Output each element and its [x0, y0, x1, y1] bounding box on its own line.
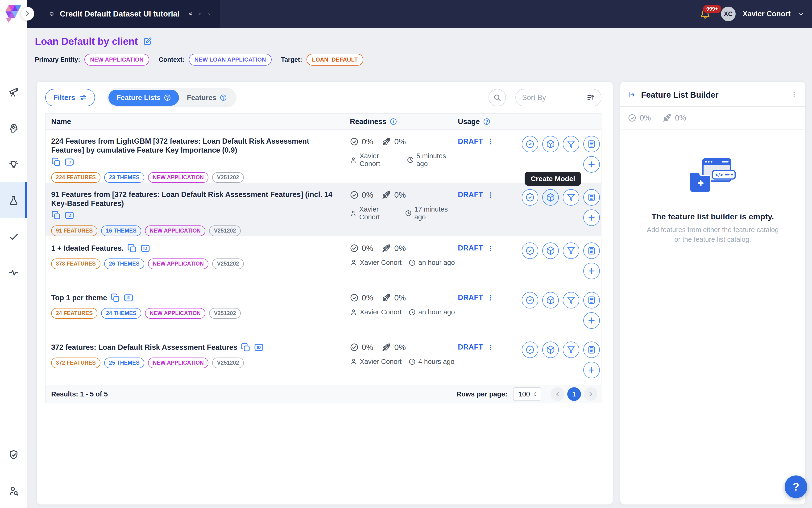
id-icon[interactable]	[64, 157, 74, 167]
create-model-button[interactable]	[542, 341, 559, 358]
feature-list-name[interactable]: 224 Features from LightGBM [372 features…	[51, 137, 343, 155]
readiness-action-button[interactable]	[522, 189, 538, 206]
monitor-icon	[50, 9, 54, 18]
info-icon[interactable]	[390, 118, 397, 125]
rows-per-page-select[interactable]: 100	[513, 387, 541, 401]
feature-list-name[interactable]: 91 Features from [372 features: Loan Def…	[51, 190, 343, 208]
target-badge[interactable]: LOAN_DEFAULT	[307, 54, 364, 66]
clock-icon	[405, 210, 412, 217]
feature-list-name[interactable]: 1 + Ideated Features.	[51, 244, 124, 253]
feature-list-name[interactable]: Top 1 per theme	[51, 293, 107, 302]
row-menu-icon[interactable]	[487, 192, 494, 199]
next-page-button[interactable]	[584, 387, 597, 401]
sidebar-item-explore[interactable]	[0, 74, 27, 110]
id-icon[interactable]	[254, 342, 264, 352]
project-tab[interactable]: Credit Default Dataset UI tutorial	[27, 0, 220, 28]
table-row[interactable]: Top 1 per theme 24 FEATURES 24 THEMES NE…	[46, 286, 601, 335]
builder-arrow-icon[interactable]	[628, 91, 635, 98]
copy-icon[interactable]	[51, 157, 61, 167]
sidebar-item-approve[interactable]	[0, 218, 27, 254]
create-model-button[interactable]	[542, 243, 559, 259]
table-row[interactable]: 224 Features from LightGBM [372 features…	[46, 130, 601, 183]
add-to-builder-button[interactable]	[583, 263, 600, 279]
compute-button[interactable]	[583, 136, 600, 152]
edit-title-icon[interactable]	[143, 37, 152, 46]
row-menu-icon[interactable]	[487, 344, 494, 351]
primary-entity-label: Primary Entity:	[35, 56, 80, 64]
create-model-button[interactable]	[542, 292, 559, 308]
compute-button[interactable]	[583, 341, 600, 358]
primary-entity-badge[interactable]: NEW APPLICATION	[84, 54, 149, 66]
filters-button[interactable]: Filters	[45, 89, 95, 107]
help-circle-icon[interactable]	[164, 94, 171, 101]
entity-badge: NEW APPLICATION	[148, 172, 209, 183]
user-icon	[350, 358, 357, 365]
add-to-builder-button[interactable]	[583, 209, 600, 226]
row-menu-icon[interactable]	[487, 294, 494, 301]
copy-icon[interactable]	[110, 293, 120, 303]
id-icon[interactable]	[140, 243, 150, 253]
readiness-action-button[interactable]	[522, 341, 538, 358]
sidebar-item-ideate[interactable]	[0, 146, 27, 182]
create-model-button[interactable]	[542, 189, 559, 206]
add-to-builder-button[interactable]	[583, 312, 600, 329]
sidebar-expand-button[interactable]	[20, 7, 34, 20]
feature-list-name[interactable]: 372 features: Loan Default Risk Assessme…	[51, 343, 237, 352]
id-icon[interactable]	[64, 210, 74, 220]
row-menu-icon[interactable]	[487, 245, 494, 252]
notifications-button[interactable]: 999+	[700, 8, 711, 19]
id-icon[interactable]	[124, 293, 133, 303]
compute-button[interactable]	[583, 292, 600, 308]
table-row[interactable]: 372 features: Loan Default Risk Assessme…	[46, 335, 601, 385]
readiness-action-button[interactable]	[522, 243, 538, 259]
help-circle-icon[interactable]	[483, 118, 490, 125]
flask-icon	[8, 195, 19, 206]
sidebar-item-governance[interactable]	[0, 449, 27, 461]
filter-features-button[interactable]	[563, 292, 579, 308]
sidebar-item-experiment[interactable]	[0, 182, 27, 218]
page-number-button[interactable]: 1	[567, 387, 581, 401]
avatar[interactable]: XC	[721, 7, 736, 21]
tab-feature-lists[interactable]: Feature Lists	[108, 90, 179, 105]
compute-button[interactable]	[583, 189, 600, 206]
sidebar-item-knowledge[interactable]	[0, 110, 27, 146]
filter-features-button[interactable]	[563, 341, 579, 358]
row-menu-icon[interactable]	[487, 138, 494, 145]
readiness-action-button[interactable]	[522, 136, 538, 152]
rocket-off-icon	[381, 293, 391, 303]
share-icon[interactable]	[189, 10, 192, 18]
add-to-builder-button[interactable]	[583, 362, 600, 378]
context-badge[interactable]: NEW LOAN APPLICATION	[189, 54, 272, 66]
chevron-down-icon[interactable]	[208, 11, 211, 17]
copy-icon[interactable]	[51, 210, 61, 220]
help-button[interactable]: ?	[785, 475, 807, 498]
sidebar-item-monitor[interactable]	[0, 254, 27, 291]
features-count-badge: 224 FEATURES	[51, 172, 100, 183]
sort-by-input[interactable]: Sort By	[515, 89, 601, 107]
add-to-builder-button[interactable]	[583, 156, 600, 173]
filter-features-button[interactable]	[563, 243, 579, 259]
sidebar-item-user-search[interactable]	[0, 485, 27, 497]
search-button[interactable]	[489, 89, 506, 107]
create-model-button[interactable]	[542, 136, 559, 152]
owner-name: Xavier Conort	[360, 358, 402, 366]
user-menu-chevron-icon[interactable]	[798, 11, 804, 17]
themes-count-badge: 23 THEMES	[104, 172, 144, 183]
themes-count-badge: 16 THEMES	[101, 225, 141, 236]
prev-page-button[interactable]	[551, 387, 565, 401]
project-title: Credit Default Dataset UI tutorial	[60, 9, 180, 18]
builder-menu-icon[interactable]	[791, 91, 798, 98]
filter-features-button[interactable]	[563, 136, 579, 152]
chevron-right-icon	[24, 10, 31, 17]
readiness-action-button[interactable]	[522, 292, 538, 308]
copy-icon[interactable]	[127, 243, 137, 253]
compute-button[interactable]	[583, 243, 600, 259]
table-row[interactable]: 1 + Ideated Features. 373 FEATURES 26 TH…	[46, 236, 601, 286]
copy-icon[interactable]	[241, 342, 251, 352]
help-circle-icon[interactable]	[220, 94, 227, 101]
tab-features[interactable]: Features	[179, 90, 235, 105]
usage-status: DRAFT	[458, 137, 483, 146]
table-row[interactable]: Create Model 91 Features from [372 featu…	[46, 183, 601, 236]
filter-features-button[interactable]	[563, 189, 579, 206]
gear-icon[interactable]	[198, 10, 202, 18]
